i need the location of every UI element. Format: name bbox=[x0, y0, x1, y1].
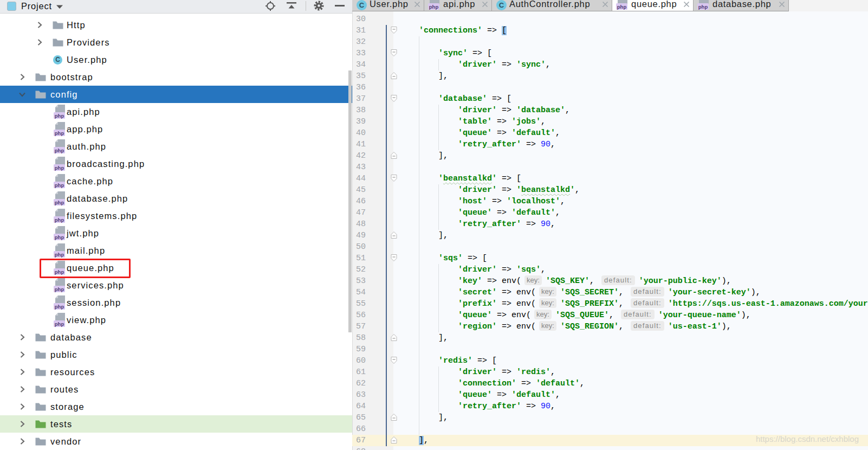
svg-text:php: php bbox=[55, 130, 64, 136]
svg-text:php: php bbox=[55, 165, 64, 171]
svg-text:php: php bbox=[55, 182, 64, 188]
svg-text:php: php bbox=[55, 304, 64, 310]
svg-text:php: php bbox=[55, 113, 64, 119]
svg-text:php: php bbox=[617, 4, 627, 10]
svg-text:php: php bbox=[55, 234, 64, 240]
svg-text:php: php bbox=[55, 147, 64, 153]
svg-text:php: php bbox=[55, 321, 64, 327]
svg-text:php: php bbox=[429, 4, 439, 10]
svg-text:php: php bbox=[698, 4, 708, 10]
svg-text:php: php bbox=[55, 286, 64, 292]
svg-text:php: php bbox=[55, 217, 64, 223]
svg-text:php: php bbox=[55, 200, 64, 205]
svg-text:php: php bbox=[55, 252, 64, 258]
